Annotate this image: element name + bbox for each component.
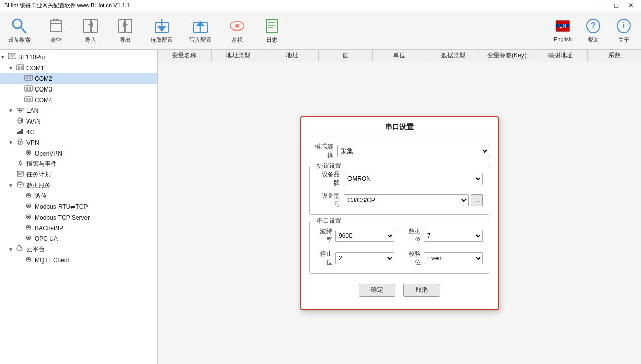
svg-rect-6 xyxy=(84,19,90,33)
sidebar: ▼ BL110Pro ▼ COM1 xyxy=(0,50,158,364)
import-icon xyxy=(81,17,100,35)
svg-point-87 xyxy=(27,258,30,260)
sidebar-item-data-service[interactable]: ▼ 数据服务 xyxy=(0,180,157,191)
svg-marker-13 xyxy=(157,26,166,32)
svg-rect-20 xyxy=(266,19,277,33)
svg-point-67 xyxy=(20,165,21,166)
device-search-label: 设备搜索 xyxy=(8,36,31,44)
svg-point-83 xyxy=(27,226,30,228)
cancel-button[interactable]: 取消 xyxy=(403,284,440,297)
svg-text:EN: EN xyxy=(559,23,566,29)
data-bits-select[interactable]: 7 8 xyxy=(424,230,483,242)
sidebar-item-task[interactable]: 任务计划 xyxy=(0,169,157,180)
sidebar-item-openvpn[interactable]: OpenVPN xyxy=(0,148,157,159)
english-button[interactable]: EN English xyxy=(549,15,576,46)
toggle-icon: ▼ xyxy=(8,247,16,252)
brand-label: 设备品牌 xyxy=(316,170,344,188)
toggle-icon: ▼ xyxy=(8,108,16,113)
import-label: 导入 xyxy=(85,36,96,44)
toolbar: 设备搜索 清空 导入 导出 读取配置 写入配置 监视 xyxy=(0,11,641,50)
toggle-icon: ▼ xyxy=(0,54,8,60)
protocol-group-title: 协议设置 xyxy=(315,162,343,170)
export-label: 导出 xyxy=(120,36,131,44)
modbus-tcp-icon xyxy=(24,213,34,222)
sidebar-item-bl110pro[interactable]: ▼ BL110Pro xyxy=(0,52,157,63)
sidebar-item-bacnet-ip[interactable]: BACnet/IP xyxy=(0,223,157,233)
monitor-icon xyxy=(228,17,246,35)
maximize-button[interactable]: □ xyxy=(611,2,621,9)
col-coefficient: 系数 xyxy=(588,50,641,61)
parity-select[interactable]: None Even Odd xyxy=(424,252,483,264)
model-select[interactable]: CJ/CS/CP C200H CV series xyxy=(344,194,469,206)
modbus-icon xyxy=(24,202,34,211)
sidebar-item-cloud[interactable]: ▼ 云平台 xyxy=(0,244,157,255)
mode-select[interactable]: 采集 透传 xyxy=(337,145,489,157)
opc-ua-icon xyxy=(24,234,34,243)
sidebar-item-com4[interactable]: COM4 xyxy=(0,95,157,105)
vpn-icon: VPN xyxy=(16,138,25,147)
wan-icon xyxy=(16,117,25,126)
export-icon xyxy=(116,17,134,35)
brand-select[interactable]: OMRON Siemens Mitsubishi Modbus xyxy=(344,173,483,185)
sidebar-item-vpn[interactable]: ▼ VPN VPN xyxy=(0,137,157,148)
sidebar-item-label: LAN xyxy=(25,107,38,114)
model-dots-button[interactable]: ... xyxy=(471,194,483,206)
minimize-button[interactable]: — xyxy=(594,2,607,9)
svg-point-19 xyxy=(235,24,239,28)
sidebar-item-com2[interactable]: COM2 xyxy=(0,73,157,84)
log-button[interactable]: 日志 xyxy=(258,15,285,46)
mqtt-icon xyxy=(24,256,34,264)
export-button[interactable]: 导出 xyxy=(112,15,138,46)
search-icon xyxy=(10,17,28,35)
confirm-button[interactable]: 确定 xyxy=(359,284,395,297)
help-button[interactable]: ? 帮助 xyxy=(580,15,606,46)
sidebar-item-opc-ua[interactable]: OPC UA xyxy=(0,233,157,244)
com-group-title: 串口设置 xyxy=(315,217,343,225)
toggle-icon: ▼ xyxy=(8,140,16,145)
sidebar-item-transparent[interactable]: 透传 xyxy=(0,191,157,201)
alarm-icon xyxy=(16,160,25,168)
serial-port-dialog: 串口设置 模式选择 采集 透传 协议设置 设备品牌 xyxy=(300,116,499,310)
sidebar-item-wan[interactable]: WAN xyxy=(0,116,157,127)
task-icon xyxy=(16,170,25,179)
close-button[interactable]: ✕ xyxy=(625,2,637,9)
about-button[interactable]: i 关于 xyxy=(610,15,637,46)
sidebar-item-label: 数据服务 xyxy=(25,181,51,190)
mode-label: 模式选择 xyxy=(309,142,337,160)
svg-line-54 xyxy=(19,110,21,111)
sidebar-item-com1[interactable]: ▼ COM1 xyxy=(0,63,157,73)
baud-select[interactable]: 1200 2400 4800 9600 19200 38400 57600 11… xyxy=(335,230,394,242)
stop-bits-select[interactable]: 1 2 xyxy=(335,252,394,264)
window-title: BLiiot 钣铢工业网关配置软件 www.BLiiot.cn V1.1.1 xyxy=(4,2,130,9)
read-config-button[interactable]: 读取配置 xyxy=(147,15,177,46)
dialog-body: 模式选择 采集 透传 协议设置 设备品牌 O xyxy=(301,136,498,309)
write-config-button[interactable]: 写入配置 xyxy=(185,15,216,46)
sidebar-item-com3[interactable]: COM3 xyxy=(0,84,157,95)
sidebar-item-lan[interactable]: ▼ LAN xyxy=(0,105,157,116)
sidebar-item-mqtt-client[interactable]: MQTT Client xyxy=(0,255,157,265)
mode-row: 模式选择 采集 透传 xyxy=(309,142,489,160)
svg-point-77 xyxy=(27,194,30,196)
sidebar-item-label: VPN xyxy=(25,139,39,146)
col-unit: 单位 xyxy=(373,50,427,61)
main-layout: ▼ BL110Pro ▼ COM1 xyxy=(0,50,641,364)
sidebar-item-alarm[interactable]: 报警与事件 xyxy=(0,159,157,169)
import-button[interactable]: 导入 xyxy=(77,15,104,46)
sidebar-item-label: BL110Pro xyxy=(17,54,45,61)
sidebar-item-label: 4G xyxy=(25,129,35,136)
data-service-icon xyxy=(16,181,25,190)
svg-rect-45 xyxy=(26,87,28,90)
help-label: 帮助 xyxy=(588,36,599,44)
sidebar-item-modbus-tcp-server[interactable]: Modbus TCP Server xyxy=(0,212,157,223)
svg-rect-60 xyxy=(19,131,21,134)
sidebar-item-label: Modbus RTU⇌TCP xyxy=(34,203,88,210)
monitor-button[interactable]: 监视 xyxy=(224,15,250,46)
sidebar-item-modbus-rtu-tcp[interactable]: Modbus RTU⇌TCP xyxy=(0,201,157,212)
stop-bits-field: 停止位 1 2 xyxy=(316,250,394,267)
model-select-wrap: CJ/CS/CP C200H CV series ... xyxy=(344,194,483,206)
sidebar-item-4g[interactable]: 4G xyxy=(0,127,157,137)
data-bits-field: 数据位 7 8 xyxy=(404,227,483,245)
clear-button[interactable]: 清空 xyxy=(43,15,69,46)
sidebar-item-label: COM2 xyxy=(34,75,52,82)
device-search-button[interactable]: 设备搜索 xyxy=(4,15,35,46)
